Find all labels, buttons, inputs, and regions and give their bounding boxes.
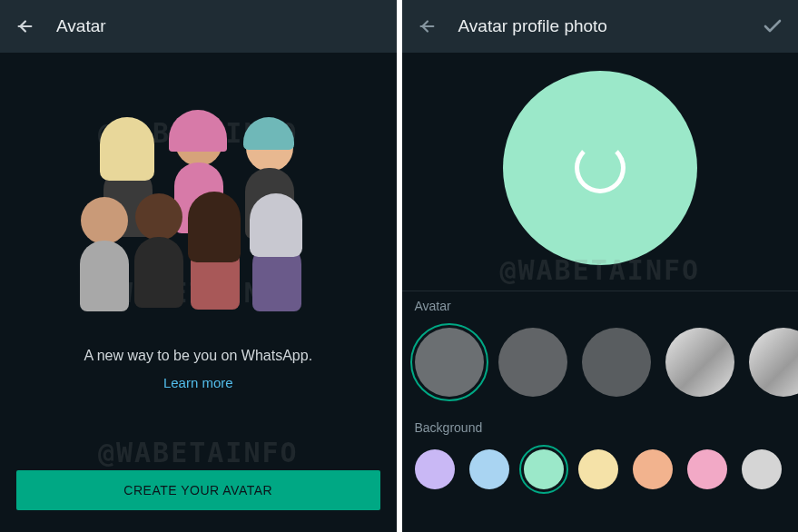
back-arrow-icon[interactable]	[417, 16, 437, 36]
avatar-group-illustration	[80, 123, 316, 313]
avatar-swatch[interactable]	[582, 328, 651, 397]
background-swatch[interactable]	[524, 449, 564, 489]
background-section-label: Background	[402, 413, 799, 440]
avatar-swatch-row	[402, 319, 799, 413]
screen-title: Avatar profile photo	[458, 16, 741, 36]
avatar-intro-screen: Avatar @WABETAINFO @WABETAINFO @WABETAIN…	[0, 0, 397, 532]
loading-spinner-icon	[575, 143, 626, 193]
background-swatch[interactable]	[687, 449, 727, 489]
avatar-preview	[402, 53, 799, 291]
screen-title: Avatar	[56, 16, 382, 36]
avatar-swatch[interactable]	[415, 328, 484, 397]
learn-more-link[interactable]: Learn more	[163, 375, 233, 390]
avatar-section-label: Avatar	[402, 291, 799, 319]
avatar-swatch[interactable]	[665, 328, 734, 397]
tagline-text: A new way to be you on WhatsApp.	[84, 348, 312, 364]
background-swatch[interactable]	[633, 449, 673, 489]
background-swatch[interactable]	[415, 449, 455, 489]
background-swatch-row	[402, 440, 799, 506]
header: Avatar	[0, 0, 397, 53]
avatar-hero: A new way to be you on WhatsApp. Learn m…	[16, 62, 380, 450]
confirm-check-icon[interactable]	[762, 15, 783, 37]
create-avatar-button[interactable]: CREATE YOUR AVATAR	[16, 470, 380, 510]
background-swatch[interactable]	[469, 449, 509, 489]
background-swatch[interactable]	[578, 449, 618, 489]
back-arrow-icon[interactable]	[15, 16, 34, 36]
avatar-profile-photo-screen: Avatar profile photo Avatar Background @…	[402, 0, 799, 532]
preview-circle	[503, 71, 697, 265]
background-swatch[interactable]	[742, 449, 782, 489]
header: Avatar profile photo	[402, 0, 799, 53]
avatar-swatch[interactable]	[749, 328, 799, 397]
avatar-swatch[interactable]	[498, 328, 567, 397]
content: @WABETAINFO @WABETAINFO @WABETAINFO	[0, 53, 397, 532]
